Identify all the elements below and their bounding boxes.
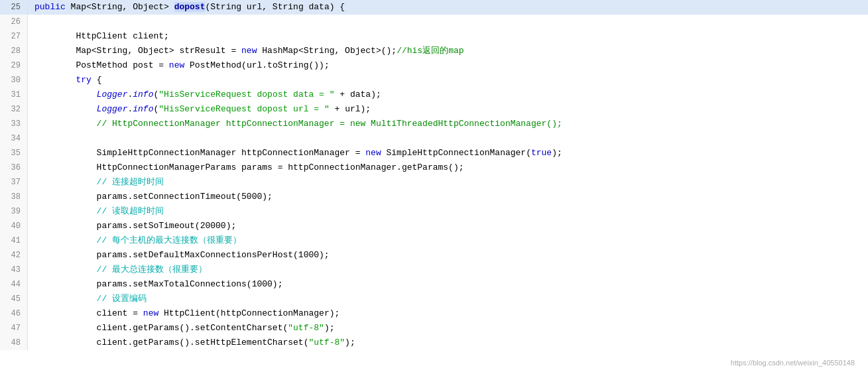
comment-cn-token: // 每个主机的最大连接数（很重要） (34, 235, 241, 245)
line-content: client = new HttpClient(httpConnectionMa… (28, 306, 868, 321)
plain-token: params.setSoTimeout(20000); (34, 221, 236, 231)
plain-token: { (97, 75, 102, 85)
code-line: 26 (0, 15, 868, 29)
line-number: 40 (0, 219, 28, 233)
string-token: "utf-8" (288, 323, 324, 333)
line-content: // HttpConnectionManager httpConnectionM… (28, 117, 868, 131)
plain-token: + data); (335, 90, 381, 99)
string-token: "HisServiceRequest dopost data = " (158, 90, 334, 99)
plain-token: ); (324, 323, 335, 333)
code-line: 34 (0, 131, 868, 146)
plain-token: client = (34, 308, 143, 318)
italic-var-token: info (133, 90, 153, 99)
code-line: 29 PostMethod post = new PostMethod(url.… (0, 58, 868, 73)
code-line: 35 SimpleHttpConnectionManager httpConne… (0, 146, 868, 160)
line-number: 29 (0, 58, 28, 73)
comment-cn-token: // 读取超时时间 (34, 206, 164, 216)
code-line: 48 client.getParams().setHttpElementChar… (0, 336, 868, 350)
line-content: params.setSoTimeout(20000); (28, 219, 868, 233)
code-editor: 25public Map<String, Object> dopost(Stri… (0, 0, 868, 372)
line-number: 31 (0, 88, 28, 102)
line-number: 35 (0, 146, 28, 160)
line-content: Map<String, Object> strResult = new Hash… (28, 44, 868, 58)
code-line: 43 // 最大总连接数（很重要） (0, 263, 868, 277)
line-content: HttpConnectionManagerParams params = htt… (28, 160, 868, 175)
keyword-token: new (241, 46, 262, 56)
plain-token: PostMethod(url.toString()); (190, 60, 330, 70)
comment-token: // HttpConnectionManager httpConnectionM… (34, 119, 562, 129)
plain-token: HttpConnectionManagerParams params = htt… (34, 162, 464, 172)
line-content: params.setConnectionTimeout(5000); (28, 190, 868, 204)
line-content: Logger.info("HisServiceRequest dopost ur… (28, 102, 868, 117)
plain-token: params.setConnectionTimeout(5000); (34, 192, 273, 202)
line-number: 34 (0, 131, 28, 146)
line-content: // 最大总连接数（很重要） (28, 263, 868, 277)
line-number: 30 (0, 73, 28, 88)
line-content: // 连接超时时间 (28, 175, 868, 190)
string-token: "utf-8" (308, 338, 345, 347)
keyword-token: try (34, 75, 97, 85)
line-content: // 设置编码 (28, 292, 868, 306)
line-content: HttpClient client; (28, 29, 868, 44)
watermark: https://blog.csdn.net/weixin_40550148 (731, 359, 855, 367)
keyword-token: true (531, 148, 552, 158)
line-content: params.setMaxTotalConnections(1000); (28, 277, 868, 292)
plain-token (34, 104, 97, 114)
code-line: 33 // HttpConnectionManager httpConnecti… (0, 117, 868, 131)
italic-var-token: info (133, 104, 153, 114)
line-content: SimpleHttpConnectionManager httpConnecti… (28, 146, 868, 160)
line-number: 41 (0, 233, 28, 248)
line-number: 46 (0, 306, 28, 321)
line-number: 36 (0, 160, 28, 175)
code-line: 46 client = new HttpClient(httpConnectio… (0, 306, 868, 321)
comment-cn-token: // 设置编码 (34, 294, 147, 304)
italic-var-token: Logger (97, 104, 128, 114)
code-lines: 25public Map<String, Object> dopost(Stri… (0, 0, 868, 350)
line-content: // 读取超时时间 (28, 204, 868, 219)
line-number: 28 (0, 44, 28, 58)
line-number: 48 (0, 336, 28, 350)
plain-token: Map<String, Object> (71, 2, 174, 12)
code-line: 25public Map<String, Object> dopost(Stri… (0, 0, 868, 15)
code-line: 37 // 连接超时时间 (0, 175, 868, 190)
line-content: client.getParams().setHttpElementCharset… (28, 336, 868, 350)
keyword-token: new (169, 60, 190, 70)
string-token: "HisServiceRequest dopost url = " (158, 104, 329, 114)
code-line: 32 Logger.info("HisServiceRequest dopost… (0, 102, 868, 117)
line-number: 44 (0, 277, 28, 292)
code-line: 31 Logger.info("HisServiceRequest dopost… (0, 88, 868, 102)
plain-token: client.getParams().setContentCharset( (34, 323, 288, 333)
line-number: 26 (0, 15, 28, 29)
plain-token: (String url, String data) { (205, 2, 345, 12)
keyword-token: new (143, 308, 164, 318)
code-line: 44 params.setMaxTotalConnections(1000); (0, 277, 868, 292)
italic-var-token: Logger (97, 90, 128, 99)
line-number: 27 (0, 29, 28, 44)
line-content: params.setDefaultMaxConnectionsPerHost(1… (28, 248, 868, 263)
plain-token: HttpClient(httpConnectionManager); (164, 308, 340, 318)
comment-cn-token: // 连接超时时间 (34, 177, 164, 187)
line-content: try { (28, 73, 868, 88)
plain-token: ); (345, 338, 355, 347)
code-line: 39 // 读取超时时间 (0, 204, 868, 219)
line-content: public Map<String, Object> dopost(String… (28, 0, 868, 15)
plain-token: client.getParams().setHttpElementCharset… (34, 338, 308, 347)
line-content: PostMethod post = new PostMethod(url.toS… (28, 58, 868, 73)
line-number: 32 (0, 102, 28, 117)
line-number: 47 (0, 321, 28, 336)
line-number: 33 (0, 117, 28, 131)
plain-token: SimpleHttpConnectionManager( (387, 148, 531, 158)
plain-token: HttpClient client; (34, 31, 169, 41)
code-line: 41 // 每个主机的最大连接数（很重要） (0, 233, 868, 248)
line-number: 42 (0, 248, 28, 263)
line-content: // 每个主机的最大连接数（很重要） (28, 233, 868, 248)
comment-cn-token: // 最大总连接数（很重要） (34, 265, 207, 275)
code-line: 45 // 设置编码 (0, 292, 868, 306)
line-number: 38 (0, 190, 28, 204)
code-line: 28 Map<String, Object> strResult = new H… (0, 44, 868, 58)
plain-token: Map<String, Object> strResult = (34, 46, 241, 56)
plain-token: SimpleHttpConnectionManager httpConnecti… (34, 148, 365, 158)
plain-token: params.setDefaultMaxConnectionsPerHost(1… (34, 250, 330, 260)
code-line: 40 params.setSoTimeout(20000); (0, 219, 868, 233)
line-content: Logger.info("HisServiceRequest dopost da… (28, 88, 868, 102)
